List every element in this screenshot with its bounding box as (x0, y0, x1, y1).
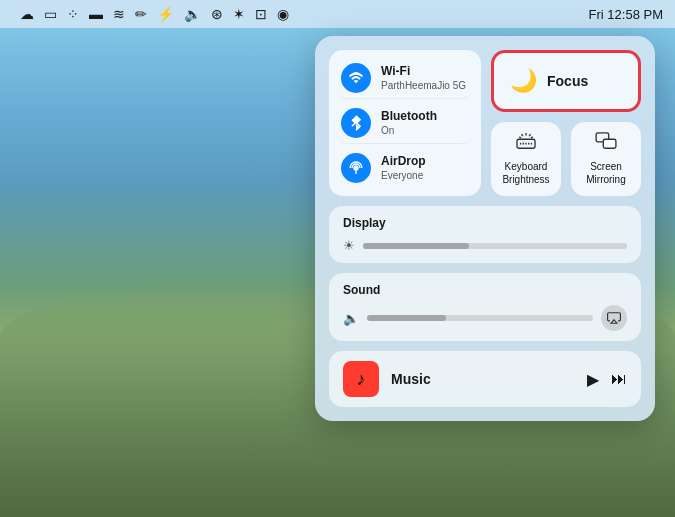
svg-line-14 (531, 137, 533, 138)
cc-bluetooth-item[interactable]: Bluetooth On (339, 103, 471, 144)
music-play-button[interactable]: ▶ (587, 370, 599, 389)
cc-right-tiles: 🌙 Focus (491, 50, 641, 196)
music-controls: ▶ ⏭ (587, 370, 627, 389)
display-slider-row: ☀ (343, 238, 627, 253)
cc-top-row: Wi-Fi ParthHeemaJio 5G Bluetooth (329, 50, 641, 196)
siri-icon[interactable]: ◉ (277, 6, 289, 22)
bluetooth-menu-icon[interactable]: ✶ (233, 6, 245, 22)
cc-wifi-item[interactable]: Wi-Fi ParthHeemaJio 5G (339, 58, 471, 99)
airdrop-title: AirDrop (381, 154, 426, 170)
bluetooth-text: Bluetooth On (381, 109, 437, 138)
cloud-icon[interactable]: ☁ (20, 6, 34, 22)
wifi-menu-icon[interactable]: ≋ (113, 6, 125, 22)
svg-line-11 (522, 134, 523, 136)
screen-mirroring-icon (595, 132, 617, 155)
lock-icon[interactable]: ⊛ (211, 6, 223, 22)
display-slider[interactable] (363, 243, 627, 249)
music-note-icon: ♪ (357, 369, 366, 390)
music-app-icon: ♪ (343, 361, 379, 397)
cc-airdrop-item[interactable]: AirDrop Everyone (339, 148, 471, 188)
wifi-text: Wi-Fi ParthHeemaJio 5G (381, 64, 466, 93)
menubar-left-icons: ☁ ▭ ⁘ ▬ ≋ ✏ ⚡ 🔈 ⊛ ✶ ⊡ ◉ (20, 6, 289, 22)
cc-focus-tile[interactable]: 🌙 Focus (491, 50, 641, 112)
music-skip-button[interactable]: ⏭ (611, 370, 627, 388)
grid-icon[interactable]: ⁘ (67, 6, 79, 22)
display-label: Display (343, 216, 627, 230)
volume-icon: 🔈 (343, 311, 359, 326)
menubar-right: Fri 12:58 PM (589, 7, 663, 22)
menubar-time: Fri 12:58 PM (589, 7, 663, 22)
cc-music-section: ♪ Music ▶ ⏭ (329, 351, 641, 407)
keyboard-brightness-icon (515, 132, 537, 155)
airdrop-text: AirDrop Everyone (381, 154, 426, 183)
sound-label: Sound (343, 283, 627, 297)
sound-slider-row: 🔈 (343, 305, 627, 331)
focus-moon-icon: 🌙 (510, 68, 537, 94)
svg-line-13 (519, 137, 521, 138)
bluetooth-circle-icon (341, 108, 371, 138)
cc-keyboard-brightness-tile[interactable]: Keyboard Brightness (491, 122, 561, 196)
menubar: ☁ ▭ ⁘ ▬ ≋ ✏ ⚡ 🔈 ⊛ ✶ ⊡ ◉ Fri 12:58 PM (0, 0, 675, 28)
music-label: Music (391, 371, 575, 387)
svg-marker-17 (611, 320, 617, 324)
cc-bottom-tiles: Keyboard Brightness Screen Mirroring (491, 122, 641, 196)
sound-slider[interactable] (367, 315, 593, 321)
airdrop-circle-icon (341, 153, 371, 183)
bluetooth-title: Bluetooth (381, 109, 437, 125)
wifi-sub: ParthHeemaJio 5G (381, 79, 466, 92)
wifi-circle-icon (341, 63, 371, 93)
cc-sound-section: Sound 🔈 (329, 273, 641, 341)
screen-mirroring-label: Screen Mirroring (579, 160, 633, 186)
keyboard-brightness-label: Keyboard Brightness (499, 160, 553, 186)
control-center-panel: Wi-Fi ParthHeemaJio 5G Bluetooth (315, 36, 655, 421)
focus-label: Focus (547, 73, 588, 89)
wifi-title: Wi-Fi (381, 64, 466, 80)
display-icon[interactable]: ▭ (44, 6, 57, 22)
volume-icon[interactable]: 🔈 (184, 6, 201, 22)
airdrop-sub: Everyone (381, 169, 426, 182)
svg-rect-16 (603, 139, 616, 148)
cc-network-tile: Wi-Fi ParthHeemaJio 5G Bluetooth (329, 50, 481, 196)
battery-icon[interactable]: ⚡ (157, 6, 174, 22)
bluetooth-sub: On (381, 124, 437, 137)
dock-icon[interactable]: ▬ (89, 6, 103, 22)
display-slider-fill (363, 243, 469, 249)
cc-screen-mirroring-tile[interactable]: Screen Mirroring (571, 122, 641, 196)
airplay-button[interactable] (601, 305, 627, 331)
cc-menu-icon[interactable]: ⊡ (255, 6, 267, 22)
cc-display-section: Display ☀ (329, 206, 641, 263)
brightness-icon: ☀ (343, 238, 355, 253)
pencil-icon[interactable]: ✏ (135, 6, 147, 22)
svg-point-2 (354, 166, 358, 170)
sound-slider-fill (367, 315, 446, 321)
svg-line-12 (529, 134, 530, 136)
